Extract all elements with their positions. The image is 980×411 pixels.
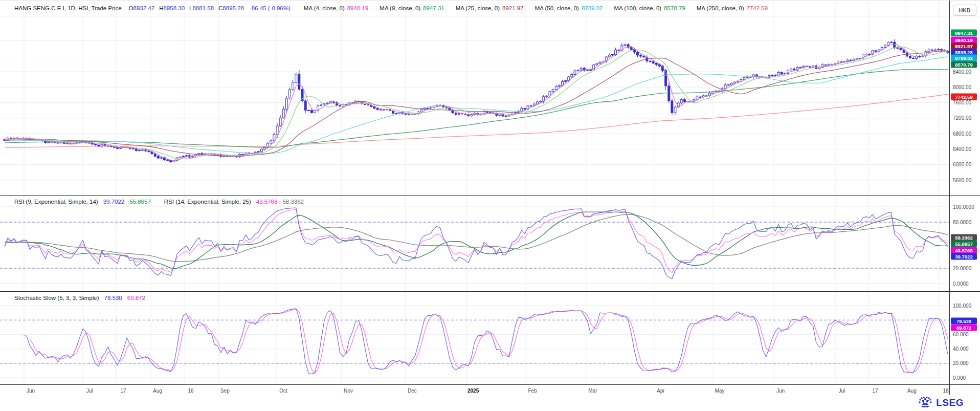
svg-text:8895.28: 8895.28: [955, 50, 972, 55]
price-axis-tick: 8000.00: [953, 84, 972, 90]
stochastic-d-line[interactable]: [30, 309, 948, 374]
ohlc-values: O8932.42H8958.30L8881.58C8895.28: [129, 5, 249, 11]
ma-legend-value: 8789.02: [582, 5, 603, 11]
rsi-badge: 39.7022: [951, 253, 977, 260]
ma-legend-item-5[interactable]: MA (250, close, 0)7742.59: [697, 5, 768, 11]
time-axis-label: Oct: [279, 388, 287, 394]
ma-legend-item-1[interactable]: MA (9, close, 0)8947.31: [380, 5, 444, 11]
stochastic-axis-tick: 40.000: [953, 346, 969, 352]
ohlc-o-label: O: [129, 5, 133, 11]
rsi14-line[interactable]: [5, 209, 948, 272]
ohlc-c-value: 8895.28: [222, 5, 244, 11]
svg-text:8570.79: 8570.79: [955, 62, 972, 68]
chart-canvas[interactable]: 8400.008000.007600.007200.006800.006400.…: [0, 1, 980, 411]
ma-250-line[interactable]: [5, 94, 948, 148]
price-badge: 8570.79: [951, 61, 977, 68]
ma-legend-label: MA (250, close, 0): [697, 5, 744, 11]
svg-text:8921.97: 8921.97: [955, 44, 972, 49]
price-badge: 8947.31: [951, 30, 977, 36]
ma-legend: MA (4, close, 0)8940.19MA (9, close, 0)8…: [304, 5, 779, 11]
price-badge: 8921.97: [951, 43, 977, 50]
ohlc-h-value: 8958.30: [163, 5, 185, 11]
time-axis-label: May: [715, 388, 725, 394]
price-axis-tick: 7600.00: [953, 100, 972, 105]
time-axis-label: Jun: [27, 388, 35, 394]
svg-text:8947.31: 8947.31: [955, 30, 973, 36]
price-badge: 7742.59: [951, 94, 977, 100]
ohlc-h: H8958.30: [159, 5, 185, 11]
time-axis-label: Dec: [408, 388, 417, 394]
time-axis-label: Sep: [220, 388, 230, 394]
rsi-legend-item-1: 39.7022: [103, 199, 125, 205]
rsi-legend-item-5: 58.3362: [282, 199, 304, 205]
svg-text:55.8657: 55.8657: [955, 241, 972, 247]
time-axis-label: Nov: [344, 388, 353, 394]
stochastic-badge: 78.530: [951, 318, 977, 325]
stochastic-badge: 69.872: [951, 325, 977, 331]
price-axis-tick: 5600.00: [953, 178, 972, 183]
time-axis[interactable]: JunJul17Aug16SepOctNovDec2025FebMarAprMa…: [27, 388, 949, 394]
time-axis-label: 2025: [467, 388, 479, 394]
change-value: -86.45 (-0.96%): [250, 5, 291, 11]
rsi-legend-item-0[interactable]: RSI (9, Exponential, Simple, 14): [14, 199, 98, 205]
ma-legend-item-4[interactable]: MA (100, close, 0)8570.79: [614, 5, 685, 11]
ma-legend-item-0[interactable]: MA (4, close, 0)8940.19: [304, 5, 368, 11]
currency-button[interactable]: HKD: [953, 5, 976, 16]
price-axis-tick: 6800.00: [953, 131, 972, 137]
stochastic-axis-tick: 20.000: [953, 360, 969, 366]
rsi-axis-tick: 80.0000: [953, 220, 972, 225]
ma-legend-label: MA (100, close, 0): [614, 5, 662, 11]
rsi-legend-item-2: 55.8657: [129, 199, 151, 205]
gridlines: [0, 2, 949, 384]
time-axis-label: Feb: [528, 388, 537, 394]
ma-legend-label: MA (9, close, 0): [380, 5, 420, 11]
svg-text:43.5768: 43.5768: [955, 248, 972, 253]
panel-frame: [0, 1, 980, 395]
price-axis-tick: 7200.00: [953, 115, 972, 121]
ma-legend-value: 8570.79: [664, 5, 685, 11]
rsi-axis-tick: 20.0000: [953, 266, 972, 271]
rsi-badge: 58.3362: [951, 234, 977, 241]
rsi-legend-item-3: RSI (14, Exponential, Simple, 25): [164, 199, 251, 205]
price-axis-tick: 6000.00: [953, 162, 972, 167]
chart-legend-bar: HANG SENG C E I, 1D, HSI, Trade Price O8…: [0, 1, 947, 16]
stoch-legend-item-2: 69.872: [127, 295, 145, 301]
svg-text:39.7022: 39.7022: [955, 254, 972, 259]
price-axis[interactable]: 8400.008000.007600.007200.006800.006400.…: [951, 30, 977, 381]
rsi9-signal-line[interactable]: [5, 212, 948, 269]
ma-legend-item-2[interactable]: MA (25, close, 0)8921.97: [456, 5, 524, 11]
ma-legend-label: MA (50, close, 0): [535, 5, 579, 11]
time-axis-label: Jun: [776, 388, 785, 394]
time-axis-label: Aug: [153, 388, 162, 394]
ohlc-c: C8895.28: [218, 5, 244, 11]
ma-legend-value: 8940.19: [347, 5, 369, 11]
svg-text:8789.02: 8789.02: [955, 55, 972, 61]
ma-legend-value: 8921.97: [502, 5, 524, 11]
rsi-legend: RSI (9, Exponential, Simple, 14)39.70225…: [14, 199, 309, 205]
lseg-logo-text: LSEG: [936, 397, 964, 408]
instrument-title[interactable]: HANG SENG C E I, 1D, HSI, Trade Price: [14, 5, 122, 11]
price-badge: 8789.02: [951, 55, 977, 61]
svg-text:7742.59: 7742.59: [955, 94, 972, 100]
time-axis-label: Apr: [657, 388, 665, 394]
ohlc-o: O8932.42: [129, 5, 155, 11]
rsi-badge: 43.5768: [951, 247, 977, 254]
candlestick-series[interactable]: [4, 39, 949, 163]
ma-legend-label: MA (25, close, 0): [456, 5, 500, 11]
stochastic-axis-tick: 100.000: [953, 303, 972, 309]
time-axis-label: Jul: [839, 388, 845, 394]
ohlc-l-value: 8881.58: [192, 5, 214, 11]
ma-legend-item-3[interactable]: MA (50, close, 0)8789.02: [535, 5, 603, 11]
time-axis-label: Mar: [588, 388, 597, 394]
stoch-legend-item-1: 78.530: [104, 295, 122, 301]
rsi14-signal-line[interactable]: [5, 214, 948, 262]
svg-text:8940.19: 8940.19: [955, 37, 972, 43]
time-axis-label: Aug: [907, 388, 917, 394]
stochastic-legend: Stochastic Slow (5, 3, 3, Simple)78.5306…: [14, 295, 150, 301]
stochastic-series: [24, 309, 948, 374]
ma-legend-value: 8947.31: [423, 5, 444, 11]
stoch-legend-item-0[interactable]: Stochastic Slow (5, 3, 3, Simple): [14, 295, 99, 301]
stochastic-axis-tick: 60.000: [953, 332, 969, 337]
ma-legend-label: MA (4, close, 0): [304, 5, 345, 11]
svg-text:69.872: 69.872: [956, 325, 971, 331]
